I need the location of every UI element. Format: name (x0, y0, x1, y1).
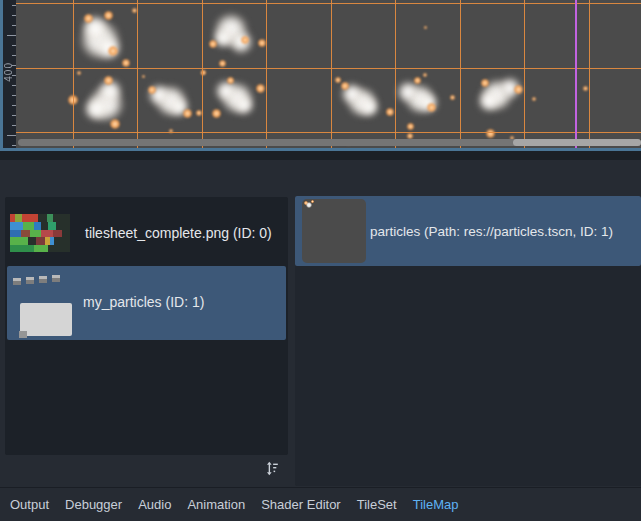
grid-line (460, 0, 461, 148)
ruler-tick (12, 75, 16, 76)
grid-line (524, 0, 525, 148)
tilemap-bottom-panel: 400 Tiles Patterns Terrains (0, 0, 641, 521)
bottom-tab-tileset[interactable]: TileSet (357, 497, 397, 512)
grid-line (16, 68, 641, 69)
sort-sources-button[interactable] (258, 455, 286, 481)
source-label: my_particles (ID: 1) (83, 294, 204, 310)
ruler-tick (12, 15, 16, 16)
ruler-tick (12, 25, 16, 26)
grid-line (16, 132, 641, 133)
scene-viewport-area: 400 (0, 0, 641, 160)
ruler-tick (12, 85, 16, 86)
bottom-tab-animation[interactable]: Animation (187, 497, 245, 512)
scrollbar-grabber[interactable] (513, 139, 641, 146)
ruler-tick (12, 115, 16, 116)
ruler-tick (12, 55, 16, 56)
grid-line (16, 3, 641, 4)
tiles-panel-body: tilesheet_complete.png (ID: 0) my_partic… (0, 196, 641, 487)
grid-line (589, 0, 590, 148)
tilemap-toolbar: Tiles Patterns Terrains (0, 160, 641, 196)
vertical-ruler: 400 (3, 0, 16, 148)
tile-sources-list: tilesheet_complete.png (ID: 0) my_partic… (5, 197, 288, 455)
editor-bottom-bar: Output Debugger Audio Animation Shader E… (0, 487, 641, 521)
scene-tile-thumbnail (302, 199, 366, 263)
source-label: tilesheet_complete.png (ID: 0) (85, 225, 272, 241)
bottom-tab-tilemap[interactable]: TileMap (413, 497, 459, 512)
grid-line (202, 0, 203, 148)
grid-line (266, 0, 267, 148)
scene-tile-label: particles (Path: res://particles.tscn, I… (370, 224, 613, 239)
bottom-tab-shader-editor[interactable]: Shader Editor (261, 497, 341, 512)
bottom-tab-output[interactable]: Output (10, 497, 49, 512)
tilesheet-thumbnail (10, 214, 70, 252)
source-row-my-particles[interactable]: my_particles (ID: 1) (7, 266, 286, 340)
ruler-tick (12, 65, 16, 66)
ruler-tick (7, 35, 16, 36)
grid-line (73, 0, 74, 148)
particles-atlas-thumbnail (13, 277, 75, 335)
scene-tiles-panel: particles (Path: res://particles.tscn, I… (295, 196, 641, 486)
bottom-tab-debugger[interactable]: Debugger (65, 497, 122, 512)
sort-icon (264, 460, 281, 477)
ruler-tick (12, 95, 16, 96)
ruler-tick (12, 145, 16, 146)
grid-line (331, 0, 332, 148)
bottom-tab-audio[interactable]: Audio (138, 497, 171, 512)
source-row-tilesheet[interactable]: tilesheet_complete.png (ID: 0) (7, 199, 286, 264)
canvas-grid (16, 0, 641, 148)
ruler-tick (12, 45, 16, 46)
horizontal-scrollbar[interactable] (18, 139, 641, 146)
scene-tile-row-particles[interactable]: particles (Path: res://particles.tscn, I… (295, 196, 641, 266)
grid-line (395, 0, 396, 148)
scene-bound-line (575, 0, 577, 148)
ruler-tick (7, 135, 16, 136)
grid-line (137, 0, 138, 148)
ruler-tick (12, 105, 16, 106)
ruler-tick (12, 125, 16, 126)
ruler-tick (12, 5, 16, 6)
